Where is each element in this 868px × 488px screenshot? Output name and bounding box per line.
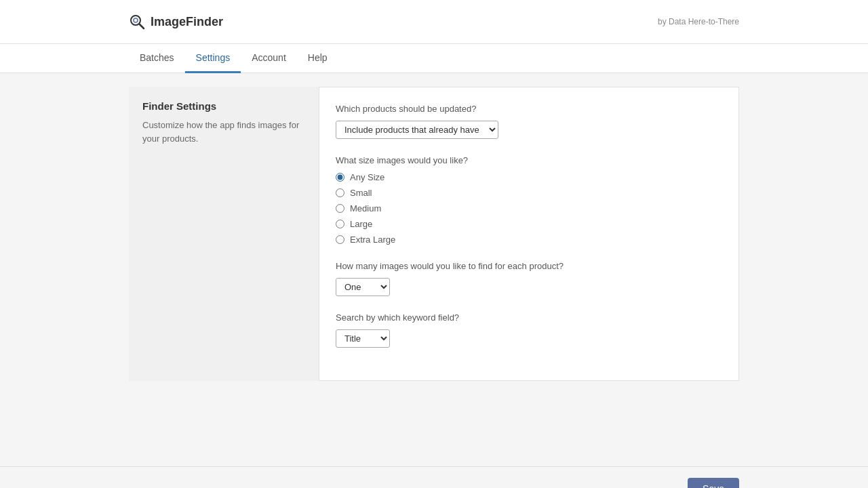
radio-extra-large-label: Extra Large	[350, 235, 395, 245]
sidebar-description: Customize how the app finds images for y…	[142, 119, 305, 145]
radio-medium[interactable]: Medium	[336, 203, 722, 214]
products-select[interactable]: Include products that already have image…	[336, 121, 498, 139]
logo-area: ImageFinder	[129, 14, 223, 30]
radio-large[interactable]: Large	[336, 219, 722, 229]
count-select[interactable]: One Two Three Four Five	[336, 278, 390, 296]
app-title: ImageFinder	[151, 15, 223, 29]
save-button[interactable]: Save	[688, 478, 739, 488]
keyword-select[interactable]: Title SKU Description	[336, 329, 390, 348]
main-content: Finder Settings Customize how the app fi…	[0, 73, 868, 466]
count-question: How many images would you like to find f…	[336, 261, 722, 271]
sidebar-title: Finder Settings	[142, 100, 305, 112]
radio-medium-label: Medium	[350, 203, 381, 214]
radio-medium-input[interactable]	[336, 204, 344, 213]
content-wrapper: Finder Settings Customize how the app fi…	[129, 87, 739, 381]
radio-extra-large[interactable]: Extra Large	[336, 235, 722, 245]
radio-large-label: Large	[350, 219, 372, 229]
products-section: Which products should be updated? Includ…	[336, 104, 722, 139]
radio-small[interactable]: Small	[336, 188, 722, 198]
footer-bar: Save	[0, 466, 868, 488]
nav-item-help[interactable]: Help	[297, 44, 338, 73]
settings-panel: Which products should be updated? Includ…	[319, 87, 739, 381]
nav-item-batches[interactable]: Batches	[129, 44, 185, 73]
keyword-question: Search by which keyword field?	[336, 312, 722, 323]
svg-point-2	[134, 18, 138, 22]
logo-icon	[129, 14, 145, 30]
radio-large-input[interactable]	[336, 220, 344, 228]
sidebar-panel: Finder Settings Customize how the app fi…	[129, 87, 319, 381]
radio-small-label: Small	[350, 188, 372, 198]
radio-small-input[interactable]	[336, 188, 344, 197]
size-radio-group: Any Size Small Medium Large	[336, 172, 722, 245]
size-question: What size images would you like?	[336, 155, 722, 165]
header: ImageFinder by Data Here-to-There	[0, 0, 868, 44]
size-section: What size images would you like? Any Siz…	[336, 155, 722, 245]
radio-any-size-input[interactable]	[336, 173, 344, 182]
count-section: How many images would you like to find f…	[336, 261, 722, 296]
radio-any-size[interactable]: Any Size	[336, 172, 722, 182]
nav-item-settings[interactable]: Settings	[185, 44, 241, 73]
radio-extra-large-input[interactable]	[336, 235, 344, 244]
by-text: by Data Here-to-There	[658, 17, 739, 26]
nav-item-account[interactable]: Account	[241, 44, 297, 73]
radio-any-size-label: Any Size	[350, 172, 384, 182]
main-nav: Batches Settings Account Help	[0, 44, 868, 73]
products-question: Which products should be updated?	[336, 104, 722, 114]
keyword-section: Search by which keyword field? Title SKU…	[336, 312, 722, 348]
svg-line-1	[140, 24, 144, 29]
